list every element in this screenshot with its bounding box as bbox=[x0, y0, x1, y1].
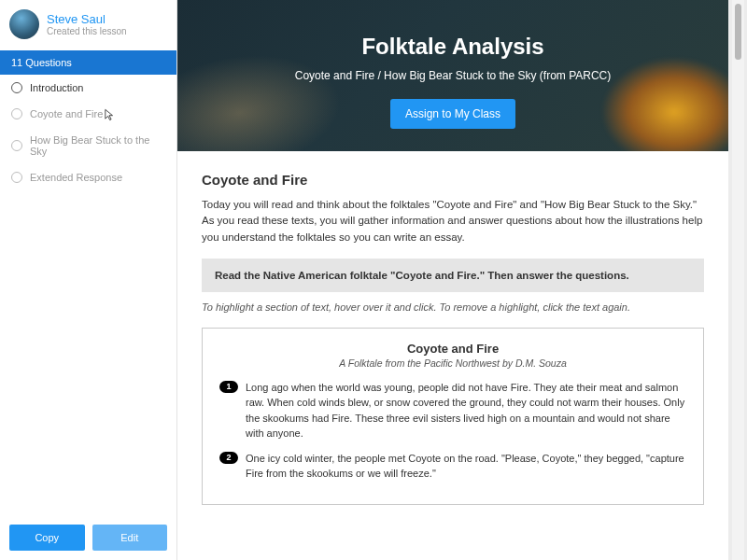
cursor-icon bbox=[103, 107, 116, 122]
author-block: Steve Saul Created this lesson bbox=[0, 0, 176, 50]
avatar bbox=[9, 9, 39, 39]
progress-circle-icon bbox=[11, 140, 22, 151]
author-text: Steve Saul Created this lesson bbox=[47, 12, 127, 36]
lesson-body: Coyote and Fire Today you will read and … bbox=[177, 151, 728, 533]
paragraph-text: Long ago when the world was young, peopl… bbox=[246, 380, 686, 441]
author-sub: Created this lesson bbox=[47, 26, 127, 36]
main-content[interactable]: Folktale Analysis Coyote and Fire / How … bbox=[177, 0, 728, 560]
nav-item-label: How Big Bear Stuck to the Sky bbox=[30, 134, 165, 157]
sidebar: Steve Saul Created this lesson 11 Questi… bbox=[0, 0, 177, 560]
scrollbar-track[interactable] bbox=[732, 0, 744, 560]
directions-callout: Read the Native American folktale "Coyot… bbox=[202, 259, 704, 292]
scrollbar-thumb[interactable] bbox=[735, 4, 741, 60]
sidebar-actions: Copy Edit bbox=[0, 515, 176, 560]
app-frame: Steve Saul Created this lesson 11 Questi… bbox=[0, 0, 728, 560]
highlight-instructions: To highlight a section of text, hover ov… bbox=[202, 301, 704, 313]
passage-paragraph[interactable]: 2 One icy cold winter, the people met Co… bbox=[219, 451, 686, 482]
paragraph-number-badge: 2 bbox=[219, 452, 238, 464]
nav-item-coyote-and-fire[interactable]: Coyote and Fire bbox=[0, 101, 176, 127]
lesson-hero: Folktale Analysis Coyote and Fire / How … bbox=[177, 0, 728, 151]
assign-button[interactable]: Assign to My Class bbox=[390, 99, 515, 129]
passage-paragraph[interactable]: 1 Long ago when the world was young, peo… bbox=[219, 380, 686, 441]
lesson-nav: Introduction Coyote and Fire How Big Bea… bbox=[0, 75, 176, 515]
nav-item-label: Coyote and Fire bbox=[30, 108, 103, 119]
copy-button[interactable]: Copy bbox=[9, 525, 85, 551]
progress-circle-icon bbox=[11, 172, 22, 183]
progress-circle-icon bbox=[11, 82, 22, 93]
nav-item-extended-response[interactable]: Extended Response bbox=[0, 164, 176, 190]
passage-title: Coyote and Fire bbox=[219, 342, 686, 356]
lesson-title: Folktale Analysis bbox=[196, 34, 710, 60]
paragraph-number-badge: 1 bbox=[219, 381, 238, 393]
section-heading: Coyote and Fire bbox=[202, 172, 704, 188]
question-count-bar: 11 Questions bbox=[0, 50, 176, 75]
lesson-subtitle: Coyote and Fire / How Big Bear Stuck to … bbox=[196, 69, 710, 82]
nav-item-introduction[interactable]: Introduction bbox=[0, 75, 176, 101]
passage-box: Coyote and Fire A Folktale from the Paci… bbox=[202, 328, 704, 505]
edit-button[interactable]: Edit bbox=[92, 525, 168, 551]
nav-item-big-bear[interactable]: How Big Bear Stuck to the Sky bbox=[0, 127, 176, 164]
passage-subtitle: A Folktale from the Pacific Northwest by… bbox=[219, 357, 686, 369]
progress-circle-icon bbox=[11, 108, 22, 119]
nav-item-label: Introduction bbox=[30, 82, 83, 93]
nav-item-label: Extended Response bbox=[30, 172, 122, 183]
author-name[interactable]: Steve Saul bbox=[47, 12, 127, 26]
intro-paragraph: Today you will read and think about the … bbox=[202, 197, 704, 245]
paragraph-text: One icy cold winter, the people met Coyo… bbox=[246, 451, 686, 482]
